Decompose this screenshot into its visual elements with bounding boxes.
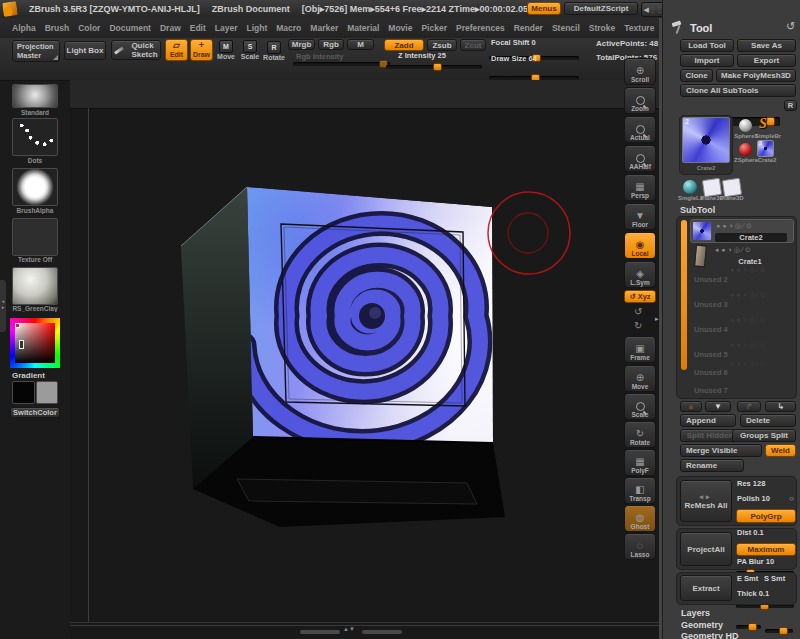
menu-macro[interactable]: Macro (276, 23, 301, 33)
rgb-intensity-slider[interactable] (293, 62, 390, 66)
subtool-row-unused7[interactable]: Unused 7 (694, 386, 728, 395)
scale-doc-button[interactable]: Scale (624, 393, 656, 420)
menu-stroke[interactable]: Stroke (589, 23, 615, 33)
remesh-all-button[interactable]: ◂▸ ReMesh All (680, 480, 732, 522)
tool-item-singlelayer[interactable] (683, 180, 697, 194)
quick-sketch-button[interactable]: QuickSketch (111, 40, 161, 60)
move-button[interactable]: M Move (216, 40, 236, 60)
lasso-button[interactable]: ◌Lasso (624, 533, 656, 560)
import-button[interactable]: Import (680, 54, 734, 67)
light-box-button[interactable]: Light Box (64, 41, 106, 60)
switch-color-button[interactable]: SwitchColor (10, 407, 60, 418)
edit-button[interactable]: ▱ Edit (165, 39, 188, 61)
s-smt-handle[interactable] (779, 627, 788, 635)
menu-stencil[interactable]: Stencil (552, 23, 580, 33)
ghost-button[interactable]: ◍Ghost (624, 505, 656, 532)
tool-item-simplebrush-glyph[interactable]: S (759, 116, 767, 132)
current-stroke-thumbnail[interactable] (12, 118, 58, 156)
subtool-section-header[interactable]: SubTool (680, 205, 715, 215)
move-doc-button[interactable]: ⊕Move (624, 365, 656, 392)
menu-layer[interactable]: Layer (215, 23, 238, 33)
load-tool-button[interactable]: Load Tool (680, 39, 734, 52)
actual-button[interactable]: Actual (624, 116, 656, 143)
z-intensity-handle[interactable] (433, 63, 442, 71)
subtool-scrollbar[interactable] (681, 220, 687, 370)
polish-toggle-icon[interactable]: ○ (789, 494, 794, 503)
menu-edit[interactable]: Edit (190, 23, 206, 33)
menu-document[interactable]: Document (109, 23, 151, 33)
floor-button[interactable]: ▼Floor (624, 203, 656, 230)
projection-master-button[interactable]: Projection Master (12, 40, 60, 62)
menu-draw[interactable]: Draw (160, 23, 181, 33)
rotate-z-icon[interactable]: ↻ (634, 320, 642, 331)
zcut-button[interactable]: Zcut (460, 39, 486, 51)
project-all-button[interactable]: ProjectAll (680, 532, 732, 566)
menu-brush[interactable]: Brush (45, 23, 70, 33)
subtool-crate2-icons[interactable]: ●●◑◎∕⊙ (716, 222, 754, 230)
canvas-3d-viewport[interactable] (70, 80, 662, 639)
rotate-doc-button[interactable]: ↻Rotate (624, 421, 656, 448)
current-brush-thumbnail[interactable] (12, 84, 58, 108)
geometry-section-header[interactable]: Geometry (681, 620, 723, 630)
subtool-row-unused4[interactable]: Unused 4 (694, 325, 728, 334)
zadd-button[interactable]: Zadd (384, 39, 424, 51)
secondary-color-swatch[interactable] (36, 381, 58, 404)
s-smt-slider[interactable] (765, 629, 793, 633)
polyf-button[interactable]: ▦PolyF (624, 449, 656, 476)
color-picker[interactable] (10, 318, 60, 368)
bottom-tray-handle-left[interactable] (300, 630, 340, 634)
subtool-up-button[interactable]: ▲ (680, 401, 702, 412)
menu-movie[interactable]: Movie (388, 23, 412, 33)
export-button[interactable]: Export (737, 54, 796, 67)
tool-slider-handle[interactable] (766, 117, 775, 126)
menu-alpha[interactable]: Alpha (12, 23, 36, 33)
rotate-y-icon[interactable]: ↺ (634, 306, 642, 317)
current-alpha-thumbnail[interactable] (12, 168, 58, 206)
zsub-button[interactable]: Zsub (427, 39, 457, 51)
local-button[interactable]: ◉Local (624, 232, 656, 259)
save-as-button[interactable]: Save As (737, 39, 796, 52)
maximum-button[interactable]: Maximum (736, 543, 796, 556)
delete-button[interactable]: Delete (740, 414, 796, 427)
menu-color[interactable]: Color (78, 23, 100, 33)
xyz-button[interactable]: ↺Xyz (624, 290, 656, 303)
weld-button[interactable]: Weld (765, 444, 796, 457)
draw-button[interactable]: + Draw (190, 39, 213, 61)
aahalf-button[interactable]: AAHalf (624, 145, 656, 172)
append-button[interactable]: Append (680, 414, 736, 427)
zoom-button[interactable]: Zoom (624, 87, 656, 114)
rotate-button[interactable]: R Rotate (263, 41, 285, 61)
subtool-crate1-icons[interactable]: ●●◑◎∕⊙ (715, 246, 753, 254)
clone-button[interactable]: Clone (680, 69, 713, 82)
subtool-row-unused6[interactable]: Unused 6 (694, 368, 728, 377)
menu-picker[interactable]: Picker (421, 23, 447, 33)
current-texture-thumbnail[interactable] (12, 218, 58, 256)
extract-button[interactable]: Extract (680, 575, 732, 601)
bottom-tray-handle-right[interactable] (362, 630, 402, 634)
gradient-label[interactable]: Gradient (12, 371, 45, 380)
menu-material[interactable]: Material (347, 23, 379, 33)
split-hidden-button[interactable]: Split Hidden (680, 429, 740, 442)
main-color-swatch[interactable] (12, 381, 35, 404)
rgb-button[interactable]: Rgb (318, 39, 344, 50)
persp-button[interactable]: ▦Persp (624, 174, 656, 201)
subtool-row-crate1[interactable]: ●●◑◎∕⊙ Crate1 (690, 244, 794, 268)
layers-section-header[interactable]: Layers (681, 608, 710, 618)
left-tray-divider[interactable]: ◂ ▸ (0, 280, 6, 332)
menu-preferences[interactable]: Preferences (456, 23, 505, 33)
subtool-row-unused5[interactable]: Unused 5 (694, 350, 728, 359)
make-polymesh3d-button[interactable]: Make PolyMesh3D (716, 69, 796, 82)
scroll-button[interactable]: ⊕Scroll (624, 58, 656, 85)
geometry-hd-section-header[interactable]: Geometry HD (681, 631, 739, 639)
subtool-row-unused3[interactable]: Unused 3 (694, 300, 728, 309)
menu-texture[interactable]: Texture (624, 23, 654, 33)
z-intensity-slider[interactable] (386, 65, 482, 69)
rename-button[interactable]: Rename (680, 459, 744, 472)
transp-button[interactable]: ◧Transp (624, 477, 656, 504)
mrgb-button[interactable]: Mrgb (288, 39, 315, 50)
r-button[interactable]: R (784, 100, 797, 111)
e-smt-handle[interactable] (748, 623, 757, 631)
merge-visible-button[interactable]: Merge Visible (680, 444, 762, 457)
lsym-button[interactable]: ◈L.Sym (624, 261, 656, 288)
tool-item-sphere3[interactable] (739, 119, 752, 132)
